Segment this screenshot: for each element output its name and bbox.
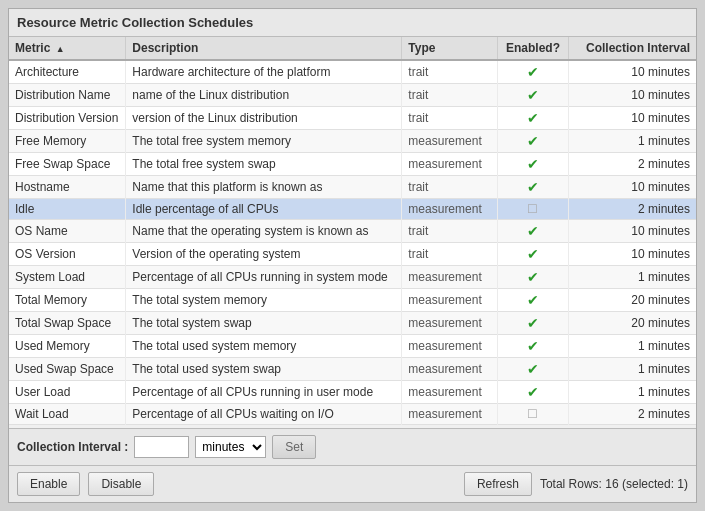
- cell-description: Idle percentage of all CPUs: [126, 199, 402, 220]
- cell-enabled: ✔: [497, 266, 568, 289]
- cell-metric: Total Memory: [9, 289, 126, 312]
- table-row[interactable]: User LoadPercentage of all CPUs running …: [9, 381, 696, 404]
- cell-enabled: ✔: [497, 289, 568, 312]
- cell-metric: Distribution Name: [9, 84, 126, 107]
- cell-interval: 20 minutes: [569, 312, 696, 335]
- table-row[interactable]: Used Swap SpaceThe total used system swa…: [9, 358, 696, 381]
- th-interval-label: Collection Interval: [586, 41, 690, 55]
- check-icon: ✔: [527, 338, 539, 354]
- cell-enabled: ✔: [497, 60, 568, 84]
- cell-description: Name that this platform is known as: [126, 176, 402, 199]
- panel-title: Resource Metric Collection Schedules: [9, 9, 696, 37]
- cell-type: measurement: [402, 358, 498, 381]
- enable-button[interactable]: Enable: [17, 472, 80, 496]
- cell-metric: Wait Load: [9, 404, 126, 425]
- cell-type: measurement: [402, 266, 498, 289]
- table-row[interactable]: Total MemoryThe total system memorymeasu…: [9, 289, 696, 312]
- cell-interval: 10 minutes: [569, 176, 696, 199]
- cell-interval: 10 minutes: [569, 60, 696, 84]
- cell-metric: User Load: [9, 381, 126, 404]
- th-type-label: Type: [408, 41, 435, 55]
- cell-description: The total system swap: [126, 312, 402, 335]
- cell-metric: System Load: [9, 266, 126, 289]
- cell-type: trait: [402, 220, 498, 243]
- table-row[interactable]: Total Swap SpaceThe total system swapmea…: [9, 312, 696, 335]
- disable-button[interactable]: Disable: [88, 472, 154, 496]
- cell-enabled: ✔: [497, 153, 568, 176]
- table-row[interactable]: Wait LoadPercentage of all CPUs waiting …: [9, 404, 696, 425]
- set-button[interactable]: Set: [272, 435, 316, 459]
- table-row[interactable]: OS VersionVersion of the operating syste…: [9, 243, 696, 266]
- cell-metric: Free Memory: [9, 130, 126, 153]
- cell-metric: OS Name: [9, 220, 126, 243]
- cell-enabled: ☐: [497, 404, 568, 425]
- cell-interval: 10 minutes: [569, 220, 696, 243]
- cell-description: version of the Linux distribution: [126, 107, 402, 130]
- footer-bar: Enable Disable Refresh Total Rows: 16 (s…: [9, 466, 696, 502]
- cell-interval: 2 minutes: [569, 404, 696, 425]
- table-body: ArchitectureHardware architecture of the…: [9, 60, 696, 425]
- cell-description: Percentage of all CPUs waiting on I/O: [126, 404, 402, 425]
- cell-type: measurement: [402, 381, 498, 404]
- cell-enabled: ☐: [497, 199, 568, 220]
- th-enabled-label: Enabled?: [506, 41, 560, 55]
- partial-icon: ☐: [527, 407, 538, 421]
- th-metric[interactable]: Metric ▲: [9, 37, 126, 60]
- partial-icon: ☐: [527, 202, 538, 216]
- th-description[interactable]: Description: [126, 37, 402, 60]
- th-enabled[interactable]: Enabled?: [497, 37, 568, 60]
- table-header-row: Metric ▲ Description Type Enabled? Colle…: [9, 37, 696, 60]
- table-row[interactable]: Distribution Namename of the Linux distr…: [9, 84, 696, 107]
- table-row[interactable]: Free Swap SpaceThe total free system swa…: [9, 153, 696, 176]
- check-icon: ✔: [527, 110, 539, 126]
- cell-interval: 1 minutes: [569, 335, 696, 358]
- check-icon: ✔: [527, 87, 539, 103]
- cell-description: The total used system swap: [126, 358, 402, 381]
- table-row[interactable]: Distribution Versionversion of the Linux…: [9, 107, 696, 130]
- cell-enabled: ✔: [497, 358, 568, 381]
- main-panel: Resource Metric Collection Schedules Met…: [8, 8, 697, 503]
- cell-interval: 1 minutes: [569, 358, 696, 381]
- cell-type: measurement: [402, 153, 498, 176]
- cell-interval: 1 minutes: [569, 130, 696, 153]
- cell-type: trait: [402, 60, 498, 84]
- th-type[interactable]: Type: [402, 37, 498, 60]
- check-icon: ✔: [527, 223, 539, 239]
- cell-type: trait: [402, 176, 498, 199]
- cell-enabled: ✔: [497, 243, 568, 266]
- check-icon: ✔: [527, 292, 539, 308]
- cell-enabled: ✔: [497, 84, 568, 107]
- check-icon: ✔: [527, 133, 539, 149]
- table-row[interactable]: HostnameName that this platform is known…: [9, 176, 696, 199]
- cell-type: measurement: [402, 289, 498, 312]
- table-row[interactable]: IdleIdle percentage of all CPUsmeasureme…: [9, 199, 696, 220]
- th-interval[interactable]: Collection Interval: [569, 37, 696, 60]
- cell-metric: Distribution Version: [9, 107, 126, 130]
- cell-description: Percentage of all CPUs running in user m…: [126, 381, 402, 404]
- cell-metric: Free Swap Space: [9, 153, 126, 176]
- minutes-select[interactable]: minutessecondshours: [195, 436, 266, 458]
- cell-metric: Used Memory: [9, 335, 126, 358]
- cell-enabled: ✔: [497, 220, 568, 243]
- cell-enabled: ✔: [497, 176, 568, 199]
- refresh-button[interactable]: Refresh: [464, 472, 532, 496]
- cell-metric: OS Version: [9, 243, 126, 266]
- table-row[interactable]: Used MemoryThe total used system memorym…: [9, 335, 696, 358]
- table-row[interactable]: ArchitectureHardware architecture of the…: [9, 60, 696, 84]
- footer-right: Refresh Total Rows: 16 (selected: 1): [464, 472, 688, 496]
- check-icon: ✔: [527, 156, 539, 172]
- cell-interval: 10 minutes: [569, 84, 696, 107]
- cell-enabled: ✔: [497, 381, 568, 404]
- table-row[interactable]: System LoadPercentage of all CPUs runnin…: [9, 266, 696, 289]
- table-row[interactable]: Free MemoryThe total free system memorym…: [9, 130, 696, 153]
- cell-interval: 10 minutes: [569, 107, 696, 130]
- cell-interval: 10 minutes: [569, 243, 696, 266]
- cell-enabled: ✔: [497, 107, 568, 130]
- interval-input[interactable]: [134, 436, 189, 458]
- collection-interval-label: Collection Interval :: [17, 440, 128, 454]
- cell-description: The total used system memory: [126, 335, 402, 358]
- cell-enabled: ✔: [497, 312, 568, 335]
- table-row[interactable]: OS NameName that the operating system is…: [9, 220, 696, 243]
- cell-description: The total system memory: [126, 289, 402, 312]
- cell-type: measurement: [402, 199, 498, 220]
